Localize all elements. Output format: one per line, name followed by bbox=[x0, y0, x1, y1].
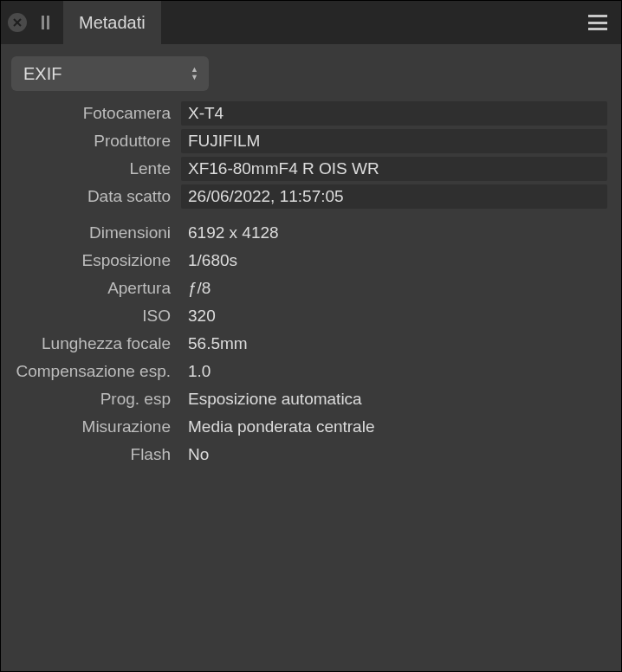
close-icon bbox=[13, 18, 22, 27]
panel-header: Metadati bbox=[1, 1, 621, 44]
compensation-value: 1.0 bbox=[181, 360, 607, 383]
field-label: Misurazione bbox=[1, 417, 181, 436]
field-label: Flash bbox=[1, 445, 181, 464]
field-label: ISO bbox=[1, 307, 181, 326]
field-label: Lente bbox=[1, 159, 181, 178]
close-button[interactable] bbox=[8, 13, 27, 32]
tab-label: Metadati bbox=[79, 13, 146, 33]
pause-icon-bar bbox=[47, 16, 49, 29]
flash-value: No bbox=[181, 443, 607, 466]
dimensions-value: 6192 x 4128 bbox=[181, 222, 607, 244]
iso-value: 320 bbox=[181, 305, 607, 327]
maker-value[interactable]: FUJIFILM bbox=[181, 129, 607, 153]
field-label: Apertura bbox=[1, 279, 181, 298]
field-row-focal: Lunghezza focale 56.5mm bbox=[1, 330, 607, 358]
field-label: Produttore bbox=[1, 132, 181, 151]
field-label: Dimensioni bbox=[1, 223, 181, 242]
field-label: Prog. esp bbox=[1, 390, 181, 409]
date-value[interactable]: 26/06/2022, 11:57:05 bbox=[181, 184, 607, 209]
field-row-date: Data scatto 26/06/2022, 11:57:05 bbox=[1, 183, 607, 210]
pause-button[interactable] bbox=[37, 15, 53, 30]
pause-icon-bar bbox=[42, 16, 44, 29]
field-row-iso: ISO 320 bbox=[1, 302, 607, 330]
field-row-metering: Misurazione Media ponderata centrale bbox=[1, 413, 607, 441]
field-label: Esposizione bbox=[1, 251, 181, 270]
field-row-program: Prog. esp Esposizione automatica bbox=[1, 385, 607, 413]
fields-container: Fotocamera X-T4 Produttore FUJIFILM Lent… bbox=[1, 100, 621, 468]
metadata-type-select[interactable]: EXIF ▲▼ bbox=[11, 56, 209, 91]
hamburger-icon-bar bbox=[588, 15, 607, 17]
field-row-camera: Fotocamera X-T4 bbox=[1, 100, 607, 127]
field-label: Data scatto bbox=[1, 187, 181, 206]
field-row-exposure: Esposizione 1/680s bbox=[1, 247, 607, 275]
menu-button[interactable] bbox=[588, 15, 607, 30]
focal-value: 56.5mm bbox=[181, 333, 607, 355]
hamburger-icon-bar bbox=[588, 28, 607, 30]
hamburger-icon-bar bbox=[588, 22, 607, 24]
metadata-panel: Metadati EXIF ▲▼ Fotocamera X-T4 Produtt… bbox=[0, 0, 622, 672]
field-row-aperture: Apertura ƒ/8 bbox=[1, 275, 607, 302]
chevron-updown-icon: ▲▼ bbox=[191, 67, 198, 81]
field-label: Fotocamera bbox=[1, 104, 181, 123]
lens-value[interactable]: XF16-80mmF4 R OIS WR bbox=[181, 157, 607, 181]
field-row-maker: Produttore FUJIFILM bbox=[1, 127, 607, 155]
camera-value[interactable]: X-T4 bbox=[181, 101, 607, 126]
tab-metadata[interactable]: Metadati bbox=[63, 1, 161, 44]
field-row-lens: Lente XF16-80mmF4 R OIS WR bbox=[1, 155, 607, 183]
field-row-flash: Flash No bbox=[1, 441, 607, 468]
metering-value: Media ponderata centrale bbox=[181, 416, 607, 438]
field-row-dimensions: Dimensioni 6192 x 4128 bbox=[1, 219, 607, 247]
dropdown-selected-label: EXIF bbox=[23, 64, 62, 84]
aperture-value: ƒ/8 bbox=[181, 277, 607, 300]
exposure-value: 1/680s bbox=[181, 249, 607, 272]
dropdown-row: EXIF ▲▼ bbox=[1, 44, 621, 100]
field-label: Compensazione esp. bbox=[1, 362, 181, 381]
program-value: Esposizione automatica bbox=[181, 388, 607, 410]
field-label: Lunghezza focale bbox=[1, 334, 181, 353]
field-row-compensation: Compensazione esp. 1.0 bbox=[1, 358, 607, 385]
